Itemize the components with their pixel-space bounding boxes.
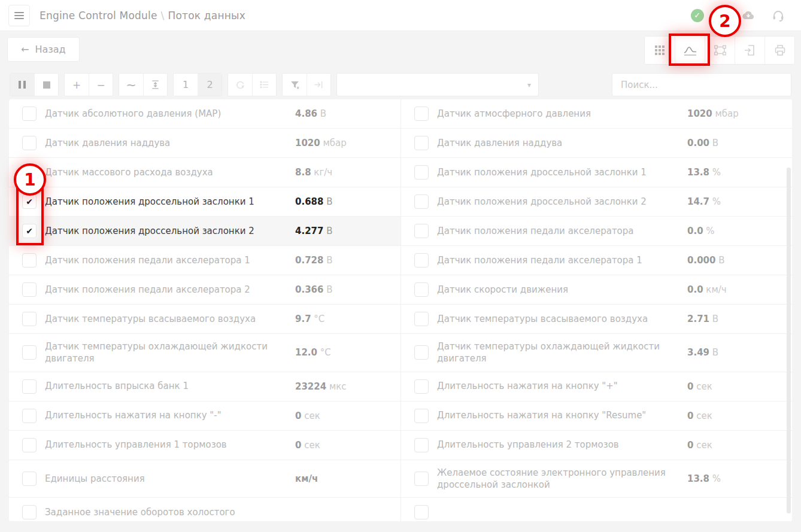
- parameter-label: Датчик абсолютного давления (MAP): [45, 108, 280, 120]
- row-checkbox[interactable]: [414, 224, 429, 238]
- clear-filter-button[interactable]: [283, 74, 307, 96]
- grid-cell-right: Датчик положения дроссельной заслонки 21…: [400, 187, 792, 216]
- parameter-value: 1020 мбар: [687, 108, 739, 119]
- row-checkbox[interactable]: [22, 505, 37, 519]
- arrow-to-bar-icon: [313, 79, 324, 90]
- row-checkbox[interactable]: [22, 136, 37, 150]
- row-checkbox[interactable]: [414, 505, 429, 519]
- select-region-button[interactable]: [705, 37, 735, 64]
- parameter-unit: мкс: [326, 381, 346, 392]
- row-checkbox-checked[interactable]: ✔: [22, 194, 37, 209]
- row-checkbox[interactable]: [414, 345, 429, 360]
- row-checkbox[interactable]: [22, 312, 37, 326]
- row-checkbox[interactable]: [22, 345, 37, 360]
- row-checkbox[interactable]: [414, 438, 429, 452]
- row-checkbox[interactable]: [22, 379, 37, 394]
- clear-refresh-button[interactable]: [228, 74, 252, 96]
- parameter-value: 0.688 В: [295, 196, 333, 207]
- export-button[interactable]: [735, 37, 764, 64]
- breadcrumb-separator: \: [157, 10, 168, 22]
- go-to-end-button[interactable]: [307, 74, 330, 96]
- reset-group: [227, 73, 277, 96]
- page-1-button[interactable]: 1: [174, 74, 198, 96]
- table-row: Датчик положения педали акселератора 10.…: [9, 245, 792, 275]
- parameter-unit: В: [323, 226, 332, 236]
- parameter-unit: В: [323, 196, 332, 207]
- grid-view-button[interactable]: [645, 37, 675, 64]
- row-checkbox-checked[interactable]: ✔: [22, 224, 37, 238]
- pause-button[interactable]: [10, 74, 34, 96]
- parameter-label: Датчик положения дроссельной заслонки 2: [437, 196, 672, 208]
- app-header: Engine Control Module\Поток данных ✓ 12: [0, 0, 801, 31]
- grid-cell-right: Датчик положения педали акселератора 10.…: [400, 246, 792, 275]
- row-checkbox[interactable]: [414, 312, 429, 326]
- grid-cell-right: Датчик давления наддува0.00 В: [400, 129, 792, 157]
- row-checkbox[interactable]: [414, 165, 429, 180]
- parameter-value: 3.49 В: [687, 347, 718, 358]
- table-row: Заданное значение оборотов холостого: [9, 497, 792, 521]
- hamburger-menu-button[interactable]: [8, 5, 30, 26]
- grid-cell-left: Датчик положения педали акселератора 20.…: [9, 275, 400, 304]
- parameter-value: 0.0 %: [687, 226, 715, 236]
- connection-ok-icon: ✓: [691, 9, 704, 22]
- row-checkbox[interactable]: [22, 282, 37, 297]
- parameter-value: 0 сек: [687, 381, 712, 392]
- zoom-in-button[interactable]: +: [65, 74, 89, 96]
- row-checkbox[interactable]: [414, 409, 429, 423]
- row-checkbox[interactable]: [22, 472, 37, 486]
- row-checkbox[interactable]: [22, 107, 37, 121]
- smooth-button[interactable]: ~: [119, 74, 143, 96]
- parameter-value: 8.8 кг/ч: [295, 167, 332, 178]
- scrollbar-thumb[interactable]: [787, 168, 791, 513]
- parameter-unit: %: [709, 196, 721, 207]
- parameter-value: 1020 мбар: [295, 138, 347, 148]
- row-checkbox[interactable]: [22, 165, 37, 180]
- data-stream-table: Датчик абсолютного давления (MAP)4.86 ВД…: [9, 99, 792, 521]
- grid-cell-right: Датчик атмосферного давления1020 мбар: [400, 99, 792, 128]
- breadcrumb-page: Поток данных: [168, 10, 245, 22]
- list-icon: [259, 79, 270, 90]
- row-checkbox[interactable]: [22, 438, 37, 452]
- group-select-dropdown[interactable]: ▾: [336, 73, 539, 96]
- headset-icon[interactable]: [771, 8, 785, 23]
- grid-cell-left: Датчик положения педали акселератора 10.…: [9, 246, 400, 275]
- zoom-group: + −: [64, 73, 113, 96]
- row-checkbox[interactable]: [414, 253, 429, 267]
- parameter-value: 23224 мкс: [295, 381, 347, 392]
- fit-height-button[interactable]: [143, 74, 167, 96]
- parameter-unit: сек: [301, 440, 320, 451]
- back-button[interactable]: ← Назад: [7, 37, 80, 62]
- parameter-unit: В: [709, 314, 718, 324]
- zoom-out-button[interactable]: −: [89, 74, 113, 96]
- list-button[interactable]: [252, 74, 276, 96]
- row-checkbox[interactable]: [414, 379, 429, 394]
- parameter-label: Заданное значение оборотов холостого: [45, 506, 280, 518]
- grid-cell-left: Датчик температуры охлаждающей жидкости …: [9, 334, 400, 372]
- stop-button[interactable]: [34, 74, 58, 96]
- row-checkbox[interactable]: [414, 194, 429, 209]
- print-button[interactable]: [764, 37, 794, 64]
- page-2-button[interactable]: 2: [198, 74, 222, 96]
- parameter-label: Датчик давления наддува: [437, 137, 672, 149]
- parameter-unit: %: [709, 167, 721, 178]
- search-input[interactable]: [612, 73, 791, 96]
- parameter-unit: мбар: [320, 138, 347, 148]
- row-checkbox[interactable]: [414, 282, 429, 297]
- parameter-value: км/ч: [295, 473, 318, 484]
- stop-icon: [43, 81, 50, 89]
- row-checkbox[interactable]: [414, 472, 429, 486]
- grid-cell-left: Единицы расстояниякм/ч: [9, 460, 400, 498]
- parameter-unit: В: [317, 108, 326, 119]
- row-checkbox[interactable]: [22, 253, 37, 267]
- row-checkbox[interactable]: [414, 136, 429, 150]
- row-checkbox[interactable]: [414, 107, 429, 121]
- row-checkbox[interactable]: [22, 409, 37, 423]
- cloud-download-icon[interactable]: [741, 8, 756, 23]
- table-row: Длительность управления 1 тормозов0 секД…: [9, 430, 792, 460]
- parameter-value: 4.277 В: [295, 226, 333, 236]
- parameter-unit: %: [709, 473, 721, 484]
- grid-cell-right: Длительность управления 2 тормозов0 сек: [400, 431, 792, 460]
- chart-view-button[interactable]: [675, 37, 705, 64]
- grid-cell-left: ✔Датчик положения дроссельной заслонки 1…: [9, 187, 400, 216]
- back-arrow-icon: ←: [21, 44, 29, 55]
